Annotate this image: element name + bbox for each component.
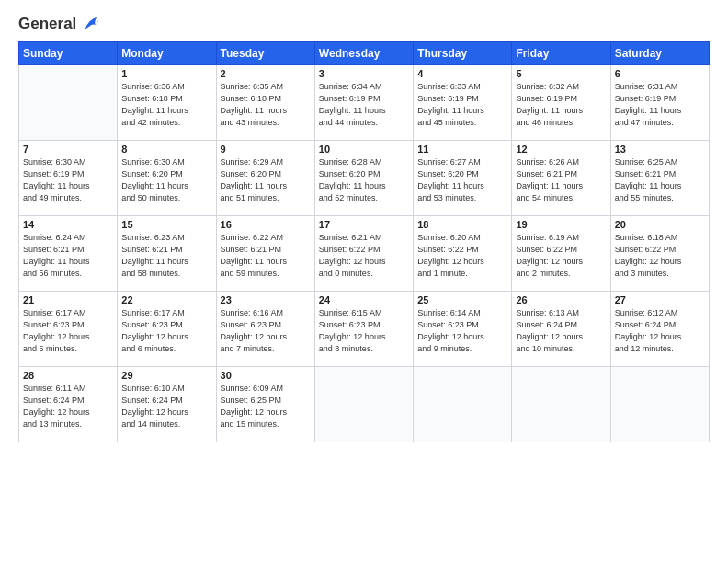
cell-info-line: Daylight: 12 hours [121,332,188,341]
day-number: 14 [23,219,113,230]
cell-info-line: and 15 minutes. [221,419,279,429]
cell-info-line: Daylight: 12 hours [319,332,386,341]
calendar-cell: 1Sunrise: 6:36 AMSunset: 6:18 PMDaylight… [118,64,216,140]
day-number: 13 [615,144,705,155]
calendar-cell: 6Sunrise: 6:31 AMSunset: 6:19 PMDaylight… [610,64,709,140]
cell-info-line: Sunrise: 6:12 AM [615,308,678,317]
day-number: 7 [23,144,113,155]
cell-info-line: and 5 minutes. [23,344,77,353]
calendar-week-4: 21Sunrise: 6:17 AMSunset: 6:23 PMDayligh… [19,291,710,366]
logo: General [18,15,98,34]
cell-info-line: Sunset: 6:24 PM [121,396,183,405]
calendar-cell: 12Sunrise: 6:26 AMSunset: 6:21 PMDayligh… [512,140,610,215]
cell-info: Sunrise: 6:30 AMSunset: 6:20 PMDaylight:… [121,156,211,204]
day-number: 6 [615,68,705,79]
cell-info-line: Sunset: 6:18 PM [221,94,282,103]
cell-info-line: Daylight: 12 hours [615,257,682,266]
cell-info-line: and 12 minutes. [615,344,674,353]
cell-info-line: and 44 minutes. [319,118,378,127]
day-number: 25 [417,294,507,305]
cell-info: Sunrise: 6:28 AMSunset: 6:20 PMDaylight:… [319,156,409,204]
cell-info-line: Daylight: 12 hours [221,332,288,341]
weekday-header-thursday: Thursday [414,41,512,64]
cell-info-line: and 3 minutes. [615,269,669,278]
cell-info-line: Sunset: 6:19 PM [319,94,381,103]
day-number: 28 [23,370,113,381]
logo-bird-icon [82,16,98,34]
cell-info-line: Sunrise: 6:35 AM [221,82,284,91]
cell-info-line: Sunrise: 6:17 AM [23,308,86,317]
cell-info-line: Sunset: 6:22 PM [615,245,677,254]
cell-info-line: Sunset: 6:20 PM [221,169,282,178]
cell-info-line: Sunrise: 6:27 AM [417,157,481,167]
cell-info-line: and 7 minutes. [221,344,275,353]
cell-info-line: and 1 minute. [417,269,468,278]
cell-info-line: and 42 minutes. [121,118,180,127]
cell-info: Sunrise: 6:22 AMSunset: 6:21 PMDaylight:… [221,232,311,280]
cell-info: Sunrise: 6:20 AMSunset: 6:22 PMDaylight:… [417,232,507,280]
calendar-cell: 30Sunrise: 6:09 AMSunset: 6:25 PMDayligh… [216,366,314,442]
day-number: 1 [121,68,211,79]
day-number: 9 [221,144,311,155]
cell-info-line: Sunrise: 6:30 AM [121,157,185,167]
cell-info-line: Sunset: 6:20 PM [417,169,479,178]
cell-info: Sunrise: 6:31 AMSunset: 6:19 PMDaylight:… [615,81,705,129]
cell-info: Sunrise: 6:34 AMSunset: 6:19 PMDaylight:… [319,81,409,129]
page-header: General [18,15,710,34]
calendar-cell: 23Sunrise: 6:16 AMSunset: 6:23 PMDayligh… [216,291,314,366]
calendar-cell: 28Sunrise: 6:11 AMSunset: 6:24 PMDayligh… [19,366,118,442]
cell-info: Sunrise: 6:36 AMSunset: 6:18 PMDaylight:… [121,81,211,129]
cell-info-line: Daylight: 11 hours [615,181,682,190]
cell-info-line: and 2 minutes. [516,269,570,278]
cell-info-line: Sunset: 6:25 PM [221,396,282,405]
cell-info: Sunrise: 6:27 AMSunset: 6:20 PMDaylight:… [417,156,507,204]
cell-info-line: Sunrise: 6:09 AM [221,384,284,393]
calendar-table: SundayMondayTuesdayWednesdayThursdayFrid… [18,41,710,442]
cell-info-line: Sunrise: 6:22 AM [221,233,284,242]
cell-info-line: Sunset: 6:24 PM [615,320,677,329]
cell-info-line: Daylight: 11 hours [516,181,583,190]
cell-info-line: Sunset: 6:20 PM [319,169,381,178]
cell-info-line: and 59 minutes. [221,269,279,278]
cell-info-line: Sunrise: 6:26 AM [516,157,579,167]
calendar-week-3: 14Sunrise: 6:24 AMSunset: 6:21 PMDayligh… [19,215,710,291]
cell-info-line: and 43 minutes. [221,118,279,127]
cell-info-line: and 50 minutes. [121,193,180,202]
calendar-cell [610,366,709,442]
calendar-cell: 13Sunrise: 6:25 AMSunset: 6:21 PMDayligh… [610,140,709,215]
calendar-cell: 24Sunrise: 6:15 AMSunset: 6:23 PMDayligh… [314,291,413,366]
cell-info-line: Sunrise: 6:33 AM [417,82,481,91]
day-number: 23 [221,294,311,305]
day-number: 17 [319,219,409,230]
weekday-header-tuesday: Tuesday [216,41,314,64]
cell-info-line: Sunset: 6:19 PM [516,94,577,103]
day-number: 30 [221,370,311,381]
cell-info: Sunrise: 6:21 AMSunset: 6:22 PMDaylight:… [319,232,409,280]
calendar-cell: 8Sunrise: 6:30 AMSunset: 6:20 PMDaylight… [118,140,216,215]
day-number: 24 [319,294,409,305]
calendar-cell: 21Sunrise: 6:17 AMSunset: 6:23 PMDayligh… [19,291,118,366]
day-number: 12 [516,144,606,155]
weekday-header-sunday: Sunday [19,41,118,64]
day-number: 26 [516,294,606,305]
cell-info: Sunrise: 6:26 AMSunset: 6:21 PMDaylight:… [516,156,606,204]
calendar-cell: 4Sunrise: 6:33 AMSunset: 6:19 PMDaylight… [414,64,512,140]
cell-info-line: and 6 minutes. [121,344,176,353]
cell-info-line: Sunrise: 6:24 AM [23,233,86,242]
cell-info-line: Daylight: 11 hours [23,181,90,190]
cell-info-line: and 49 minutes. [23,193,82,202]
cell-info-line: Sunset: 6:21 PM [23,245,85,254]
calendar-cell [314,366,413,442]
cell-info-line: Daylight: 11 hours [221,106,288,115]
calendar-cell: 29Sunrise: 6:10 AMSunset: 6:24 PMDayligh… [118,366,216,442]
cell-info-line: and 47 minutes. [615,118,674,127]
day-number: 5 [516,68,606,79]
day-number: 3 [319,68,409,79]
cell-info-line: Daylight: 12 hours [615,332,682,341]
cell-info-line: and 8 minutes. [319,344,373,353]
cell-info: Sunrise: 6:33 AMSunset: 6:19 PMDaylight:… [417,81,507,129]
cell-info-line: Sunrise: 6:32 AM [516,82,579,91]
cell-info-line: Sunrise: 6:10 AM [121,384,185,393]
weekday-header-wednesday: Wednesday [314,41,413,64]
cell-info-line: and 13 minutes. [23,419,82,429]
